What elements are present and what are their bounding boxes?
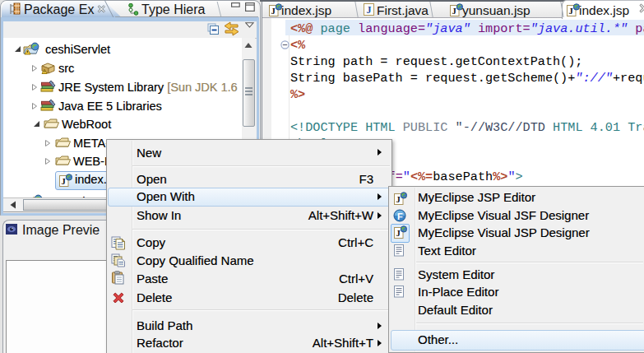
svg-text:J: J [396, 195, 401, 204]
svg-text:J: J [271, 7, 276, 16]
svg-text:J: J [452, 7, 456, 16]
svg-text:J: J [367, 4, 372, 16]
svg-text:J: J [569, 7, 573, 16]
svg-text:J: J [396, 229, 401, 238]
svg-text:F: F [397, 211, 403, 221]
svg-text:J: J [62, 177, 66, 186]
